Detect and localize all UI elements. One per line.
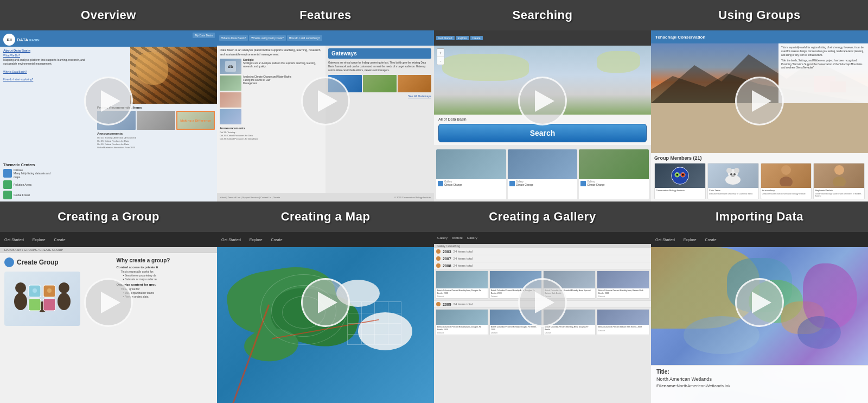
svg-point-9: [726, 168, 732, 173]
searching-play-button[interactable]: [518, 77, 567, 125]
importing-data-title-bar: Importing Data: [651, 202, 868, 232]
play-icon: [752, 90, 771, 112]
searching-title: Searching: [513, 8, 573, 22]
svg-point-10: [734, 168, 739, 173]
svg-point-2: [672, 167, 689, 184]
creating-group-title: Creating a Group: [58, 210, 159, 224]
card-overview[interactable]: DB DATA BASIN My Data Basin About Data B…: [0, 0, 217, 202]
svg-point-13: [731, 175, 735, 177]
play-icon: [752, 292, 771, 313]
creating-gallery-title: Creating a Gallery: [489, 210, 596, 224]
svg-point-5: [676, 174, 678, 176]
svg-point-27: [33, 288, 37, 293]
using-groups-title: Using Groups: [718, 8, 800, 22]
card-searching[interactable]: Get Started Explore Create + - All of Da…: [434, 0, 651, 202]
creating-map-title-bar: Creating a Map: [217, 202, 434, 232]
creating-group-title-bar: Creating a Group: [0, 202, 217, 232]
overview-title: Overview: [81, 8, 136, 22]
play-icon: [318, 90, 337, 112]
play-icon: [535, 90, 554, 112]
play-icon: [101, 292, 120, 313]
svg-point-21: [58, 293, 71, 310]
creating-gallery-play-button[interactable]: [518, 278, 567, 327]
importing-data-title: Importing Data: [716, 210, 803, 224]
play-icon: [318, 292, 337, 313]
svg-rect-25: [29, 299, 41, 311]
importing-data-play-button[interactable]: [735, 278, 784, 327]
card-creating-group[interactable]: Get Started Explore Create DATA BASIN / …: [0, 202, 217, 403]
using-groups-play-button[interactable]: [735, 77, 784, 125]
card-using-groups[interactable]: Tehachapi Conservation This is especiall…: [651, 0, 868, 202]
features-play-button[interactable]: [301, 77, 350, 125]
card-features[interactable]: What is Data Basin? What is using Policy…: [217, 0, 434, 202]
svg-point-20: [59, 282, 69, 293]
svg-point-15: [780, 177, 793, 186]
creating-group-play-button[interactable]: [84, 278, 133, 327]
svg-point-6: [682, 174, 684, 176]
searching-title-bar: Searching: [434, 0, 651, 30]
features-nav: What is Data Basin? What is using Policy…: [217, 30, 434, 46]
svg-rect-26: [43, 299, 55, 311]
overview-play-button[interactable]: [84, 77, 133, 125]
play-icon: [535, 292, 554, 313]
svg-point-18: [15, 282, 26, 293]
svg-point-28: [47, 288, 52, 293]
overview-title-bar: Overview: [0, 0, 217, 30]
card-creating-map[interactable]: Get Started Explore Create: [217, 202, 434, 403]
svg-point-17: [833, 177, 846, 186]
creating-map-title: Creating a Map: [281, 210, 371, 224]
using-groups-title-bar: Using Groups: [651, 0, 868, 30]
creating-gallery-title-bar: Creating a Gallery: [434, 202, 651, 232]
play-icon: [101, 90, 120, 112]
features-title: Features: [299, 8, 352, 22]
overview-nav: DB DATA BASIN My Data Basin: [0, 30, 217, 47]
features-title-bar: Features: [217, 0, 434, 30]
creating-map-play-button[interactable]: [301, 278, 350, 327]
card-creating-gallery[interactable]: Gallery content Gallery Gallery / someth…: [434, 202, 651, 403]
svg-point-19: [14, 293, 27, 310]
svg-point-16: [834, 165, 844, 175]
card-importing-data[interactable]: Get Started Explore Create: [651, 202, 868, 403]
svg-point-14: [781, 165, 791, 175]
searching-nav: Get Started Explore Create: [434, 30, 651, 46]
